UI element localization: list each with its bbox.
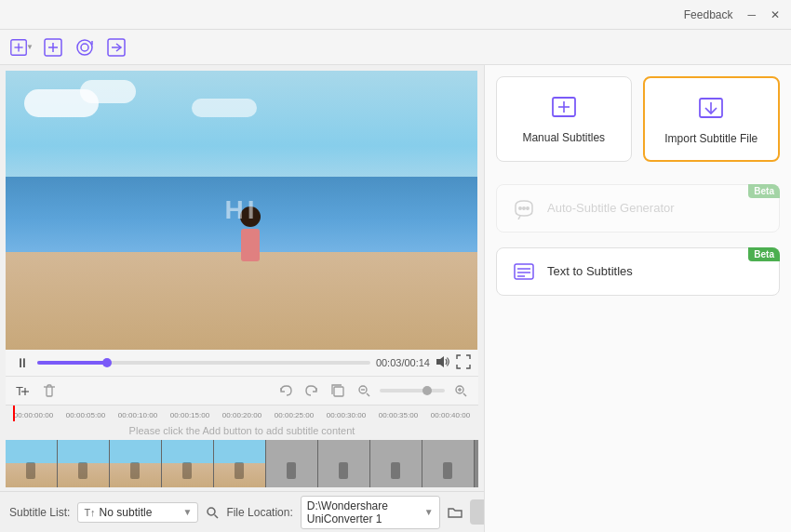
zoom-out-button[interactable] — [354, 380, 374, 401]
subtitle-list-select[interactable]: T↑ No subtitle ▼ — [77, 502, 198, 523]
timeline-controls: T — [6, 377, 478, 405]
manual-subtitles-option[interactable]: Manual Subtitles — [496, 76, 632, 162]
video-controls: ⏸ 00:03/00:14 — [6, 350, 478, 377]
file-location-arrow: ▼ — [424, 507, 434, 517]
ruler-mark: 00:00:05:00 — [60, 406, 112, 421]
cloud — [80, 80, 136, 103]
minimize-button[interactable]: ─ — [744, 7, 759, 23]
svg-rect-15 — [334, 387, 343, 396]
record-icon[interactable] — [73, 35, 97, 60]
subtitle-t-icon: T↑ — [84, 507, 95, 518]
import-subtitle-option[interactable]: Import Subtitle File — [643, 76, 781, 162]
subtitle-options: Manual Subtitles Import Subtitle File — [496, 76, 780, 162]
undo-button[interactable] — [275, 380, 296, 401]
ruler-mark: 00:00:40:00 — [424, 406, 476, 421]
ruler-mark: 00:00:10:00 — [112, 406, 164, 421]
manual-subtitles-icon — [547, 90, 581, 124]
new-project-arrow: ▼ — [26, 43, 34, 51]
text-subtitles-beta-badge: Beta — [748, 247, 780, 261]
right-panel: Manual Subtitles Import Subtitle File Be… — [484, 65, 791, 532]
playhead — [13, 406, 15, 421]
film-frame — [318, 440, 370, 487]
auto-subtitle-option[interactable]: Beta Auto-Subtitle Generator — [496, 184, 780, 233]
file-location-label: File Location: — [226, 506, 292, 519]
cloud — [192, 99, 257, 117]
film-frame — [6, 440, 58, 487]
svg-line-22 — [463, 393, 466, 396]
ruler-mark: 00:00:15:00 — [164, 406, 216, 421]
subtitle-list-label: Subtitle List: — [9, 506, 70, 519]
progress-fill — [37, 361, 107, 365]
subtitle-list-value: No subtitle — [100, 506, 153, 519]
subtitle-hint: Please click the Add button to add subti… — [6, 421, 478, 440]
subtitle-search-button[interactable] — [206, 500, 219, 525]
svg-point-32 — [527, 206, 529, 208]
ruler-mark: 00:00:25:00 — [268, 406, 320, 421]
video-thumbnail: HI — [6, 71, 477, 350]
svg-point-31 — [523, 206, 525, 208]
ruler-mark: 00:00:35:00 — [372, 406, 424, 421]
watermark: HI — [225, 195, 259, 225]
svg-line-24 — [215, 514, 219, 518]
svg-point-23 — [208, 508, 215, 515]
zoom-thumb[interactable] — [422, 386, 432, 395]
delete-button[interactable] — [39, 380, 60, 401]
svg-point-7 — [81, 44, 88, 51]
add-subtitle-button[interactable]: T — [13, 380, 34, 401]
new-project-icon[interactable]: ▼ — [9, 35, 34, 60]
feedback-button[interactable]: Feedback — [680, 7, 737, 23]
film-frame — [266, 440, 318, 487]
timeline-ruler: 00:00:00:00 00:00:05:00 00:00:10:00 00:0… — [6, 405, 478, 421]
close-button[interactable]: ✕ — [767, 7, 784, 23]
video-container: HI — [6, 71, 477, 350]
ruler-marks: 00:00:00:00 00:00:05:00 00:00:10:00 00:0… — [6, 406, 478, 421]
progress-bar[interactable] — [37, 361, 370, 365]
svg-marker-11 — [436, 356, 444, 367]
auto-subtitle-icon — [510, 194, 538, 222]
file-location-value: D:\Wondershare UniConverter 1 — [307, 499, 421, 525]
film-frame — [110, 440, 162, 487]
copy-icon[interactable] — [328, 380, 348, 401]
main-content: HI ⏸ 00:03/00:14 — [0, 65, 791, 532]
ruler-mark: 00:00:30:00 — [320, 406, 372, 421]
film-frame — [214, 440, 266, 487]
import-subtitle-icon — [694, 91, 728, 125]
svg-point-30 — [519, 206, 521, 208]
film-frame — [370, 440, 422, 487]
subtitle-select-arrow: ▼ — [182, 507, 192, 517]
add-media-icon[interactable] — [41, 35, 65, 60]
film-strip — [6, 440, 478, 487]
redo-button[interactable] — [302, 380, 322, 401]
svg-line-18 — [367, 393, 369, 396]
film-frame — [162, 440, 214, 487]
manual-subtitles-label: Manual Subtitles — [522, 131, 605, 146]
text-to-subtitles-option[interactable]: Beta Text to Subtitles — [496, 247, 780, 296]
pause-icon: ⏸ — [16, 355, 29, 370]
zoom-controls — [275, 380, 471, 401]
figure-body — [241, 229, 260, 261]
zoom-slider[interactable] — [380, 389, 445, 392]
auto-subtitle-label: Auto-Subtitle Generator — [547, 201, 675, 215]
ruler-mark: 00:00:00:00 — [7, 406, 60, 421]
title-bar-controls: Feedback ─ ✕ — [680, 7, 784, 23]
play-pause-button[interactable]: ⏸ — [13, 353, 32, 372]
toolbar: ▼ — [0, 30, 791, 65]
progress-thumb[interactable] — [102, 358, 112, 367]
import-icon[interactable] — [104, 35, 128, 60]
volume-icon[interactable] — [436, 354, 450, 372]
file-location-select[interactable]: D:\Wondershare UniConverter 1 ▼ — [301, 496, 440, 529]
text-to-subtitles-label: Text to Subtitles — [547, 264, 633, 278]
left-panel: HI ⏸ 00:03/00:14 — [0, 65, 484, 532]
film-frame — [58, 440, 110, 487]
film-frame — [422, 440, 475, 487]
bottom-bar: Subtitle List: T↑ No subtitle ▼ File Loc… — [0, 491, 484, 532]
time-display: 00:03/00:14 — [376, 357, 430, 368]
svg-point-6 — [77, 40, 92, 55]
zoom-in-button[interactable] — [450, 380, 471, 401]
fullscreen-icon[interactable] — [456, 354, 471, 372]
zoom-slider-container — [380, 389, 445, 392]
auto-subtitle-beta-badge: Beta — [748, 184, 780, 198]
open-folder-button[interactable] — [448, 500, 463, 525]
text-to-subtitles-icon — [510, 258, 538, 286]
title-bar: Feedback ─ ✕ — [0, 0, 791, 30]
